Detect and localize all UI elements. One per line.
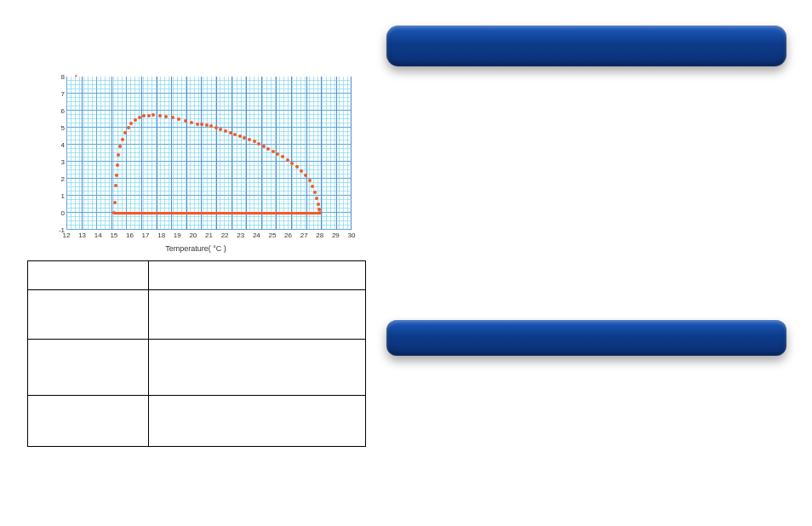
data-point [164, 115, 168, 118]
data-point [229, 131, 232, 134]
data-point [311, 185, 314, 188]
data-point [304, 174, 307, 177]
data-point [219, 128, 222, 131]
data-point [171, 116, 174, 119]
cell [149, 290, 366, 340]
data-point [295, 165, 299, 169]
data-point [243, 136, 246, 140]
cell [28, 261, 149, 290]
y-tick: 5 [61, 124, 65, 132]
data-point [300, 169, 303, 173]
data-point [196, 123, 199, 126]
data-point [118, 145, 122, 148]
cell [149, 261, 366, 290]
data-point [121, 138, 124, 141]
x-tick: 15 [110, 232, 117, 239]
data-point [184, 119, 187, 123]
x-tick: 22 [221, 232, 229, 239]
data-point [233, 133, 237, 136]
table-row [28, 261, 366, 290]
data-point [266, 147, 270, 151]
cell [28, 290, 149, 340]
x-tick: 12 [63, 232, 71, 239]
data-point [129, 122, 133, 125]
y-tick: 4 [61, 141, 65, 149]
data-point [214, 126, 218, 129]
data-point [117, 153, 120, 157]
data-point [257, 142, 260, 146]
data-point [200, 123, 203, 126]
data-point [177, 117, 180, 121]
y-tick: 7 [61, 90, 65, 98]
data-point [205, 123, 209, 127]
data-point [317, 203, 320, 206]
cell [149, 340, 366, 396]
data-point [113, 201, 117, 204]
data-point [142, 114, 146, 117]
data-point [253, 140, 256, 143]
data-point [281, 155, 284, 158]
x-tick: 25 [268, 232, 276, 239]
data-point [115, 174, 118, 177]
x-tick: 29 [332, 232, 340, 239]
x-tick: 27 [300, 232, 308, 239]
data-point [123, 131, 127, 134]
data-point [190, 121, 193, 124]
y-tick: 6 [61, 107, 65, 115]
table-row [28, 340, 366, 396]
data-point [116, 163, 119, 167]
data-point [158, 114, 162, 117]
primary-button-top[interactable] [386, 26, 786, 66]
x-tick: 18 [157, 232, 165, 239]
x-axis-label: Temperature( °C ) [165, 244, 226, 253]
data-point [209, 124, 213, 128]
data-point [276, 152, 279, 156]
baseline-segment [114, 212, 320, 214]
data-point [248, 138, 251, 141]
x-tick: 20 [189, 232, 197, 239]
data-point [147, 114, 151, 117]
data-point [134, 118, 137, 122]
data-point [286, 158, 289, 162]
data-point [315, 197, 318, 200]
data-point [224, 129, 227, 133]
y-tick: 2 [61, 175, 65, 183]
y-tick: 0 [61, 209, 65, 217]
table-row [28, 396, 366, 447]
data-table [27, 260, 366, 447]
y-tick-column: -1012345678 [56, 77, 65, 230]
data-point [114, 184, 117, 187]
data-point [152, 113, 155, 117]
x-tick: 13 [78, 232, 86, 239]
y-tick: 1 [61, 192, 65, 200]
x-tick: 23 [237, 232, 244, 239]
x-tick: 30 [348, 232, 356, 239]
data-point [272, 150, 275, 153]
data-point [262, 145, 266, 148]
x-tick: 19 [174, 232, 181, 239]
x-tick: 26 [284, 232, 292, 239]
chart-points [66, 77, 352, 230]
x-tick: 14 [94, 232, 102, 239]
table-row [28, 290, 366, 340]
data-point [127, 126, 130, 129]
cell [149, 396, 366, 447]
x-tick: 24 [253, 232, 260, 239]
y-tick: 3 [61, 158, 65, 166]
data-point [238, 134, 242, 138]
data-point [138, 116, 141, 119]
primary-button-bottom[interactable] [386, 320, 786, 356]
x-tick: 17 [142, 232, 150, 239]
x-tick: 16 [126, 232, 134, 239]
data-point [290, 162, 294, 165]
x-tick: 28 [316, 232, 323, 239]
data-point [313, 191, 317, 194]
data-point [308, 179, 312, 182]
chart-area: Relative Pressure( kPa ) Temperature( °C… [34, 72, 357, 251]
x-tick-row: 12131415161718192021222324252627282930 [66, 232, 352, 242]
cell [28, 396, 149, 447]
y-tick: 8 [61, 73, 65, 81]
cell [28, 340, 149, 396]
x-tick: 21 [205, 232, 213, 239]
